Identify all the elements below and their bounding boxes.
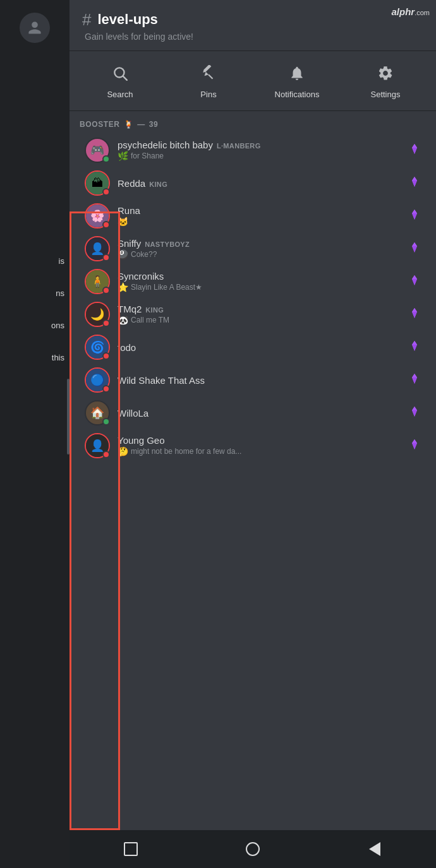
channel-header: # level-ups Gain levels for being active… <box>70 0 436 51</box>
status-emoji: 🎱 <box>118 249 128 259</box>
nav-home-button[interactable] <box>243 840 262 859</box>
member-row[interactable]: 🎮 psychedelic bitch baby L·Manberg 🌿 for… <box>75 134 431 167</box>
member-row[interactable]: 🧍 Syncroniks ⭐ Slayin Like A Beast★ <box>75 265 431 298</box>
nav-square-button[interactable] <box>121 840 140 859</box>
member-name: WilloLa <box>118 408 148 419</box>
toolbar-settings[interactable]: Settings <box>341 60 430 104</box>
members-list[interactable]: BOOSTER 🍹 — 39 🎮 psychedelic bitch baby … <box>70 111 436 830</box>
status-emoji: 🤔 <box>118 446 128 456</box>
member-avatar-container: 🌸 <box>85 203 110 229</box>
member-avatar-container: 🔵 <box>85 367 110 393</box>
member-info: Young Geo 🤔 might not be home for a few … <box>118 435 401 456</box>
status-dot <box>102 451 110 458</box>
member-row[interactable]: 🔵 Wild Shake That Ass <box>75 364 431 396</box>
member-name: Redda <box>118 178 145 189</box>
member-name: Runa <box>118 205 140 216</box>
member-name: Wild Shake That Ass <box>118 375 205 386</box>
member-row[interactable]: 🏔 Redda KIng <box>75 167 431 199</box>
channel-description: Gain levels for being active! <box>85 32 423 42</box>
sidebar-item-this: this <box>0 342 70 374</box>
section-header-emoji: 🍹 <box>124 120 134 129</box>
pin-icon <box>200 65 217 86</box>
member-name-row: WilloLa <box>118 408 401 419</box>
watermark: alphr.com <box>391 6 430 17</box>
toolbar-search[interactable]: Search <box>76 60 164 104</box>
section-header-count: 39 <box>149 120 159 129</box>
member-avatar-container: 🌙 <box>85 302 110 327</box>
boost-icon <box>408 307 421 322</box>
member-info: Syncroniks ⭐ Slayin Like A Beast★ <box>118 271 401 292</box>
member-name: Syncroniks <box>118 271 164 282</box>
member-avatar-container: 🌀 <box>85 335 110 360</box>
member-name-row: Young Geo <box>118 435 401 446</box>
member-avatar-container: 🏔 <box>85 170 110 196</box>
boost-icon <box>408 175 421 191</box>
member-name: Sniffy <box>118 238 141 249</box>
member-name-row: Syncroniks <box>118 271 401 282</box>
boost-icon <box>408 241 421 256</box>
status-dot <box>102 221 110 229</box>
member-row[interactable]: 🏠 WilloLa <box>75 396 431 429</box>
status-emoji: 🌿 <box>118 151 128 161</box>
status-dot <box>102 319 110 327</box>
section-header-booster: BOOSTER 🍹 — 39 <box>70 111 436 134</box>
main-content: # level-ups Gain levels for being active… <box>70 0 436 868</box>
member-status: 🐱 <box>118 217 401 227</box>
member-avatar-container: 👤 <box>85 433 110 458</box>
member-row[interactable]: 👤 Young Geo 🤔 might not be home for a fe… <box>75 429 431 462</box>
member-name: TMq2 <box>118 304 142 314</box>
status-emoji: 🐱 <box>118 217 128 227</box>
member-tag: NastyBoyz <box>145 241 190 248</box>
member-tag: L·Manberg <box>217 142 261 150</box>
sidebar-user-avatar[interactable] <box>20 13 50 43</box>
status-dot <box>102 418 110 425</box>
circle-icon <box>246 842 260 856</box>
member-avatar-container: 🏠 <box>85 400 110 425</box>
boost-icon <box>408 405 421 420</box>
boost-icon <box>408 372 421 388</box>
member-info: Redda KIng <box>118 178 401 189</box>
member-info: WilloLa <box>118 408 401 419</box>
member-row[interactable]: 👤 Sniffy NastyBoyz 🎱 Coke?? <box>75 232 431 265</box>
boost-icon <box>408 143 421 158</box>
notifications-label: Notifications <box>275 90 320 99</box>
member-avatar-container: 🎮 <box>85 138 110 163</box>
members-container: 🎮 psychedelic bitch baby L·Manberg 🌿 for… <box>70 134 436 462</box>
member-status: 🌿 for Shane <box>118 151 401 161</box>
watermark-tld: .com <box>415 9 430 16</box>
member-tag: KIng <box>149 181 167 188</box>
settings-label: Settings <box>371 90 401 99</box>
member-name: Young Geo <box>118 435 165 446</box>
bottom-nav <box>70 830 436 868</box>
member-avatar-container: 👤 <box>85 236 110 261</box>
member-row[interactable]: 🌙 TMq2 KIng 🐼 Call me TM <box>75 298 431 331</box>
member-name-row: Wild Shake That Ass <box>118 375 401 386</box>
boost-icon <box>408 208 421 223</box>
section-header-dash: — <box>137 120 145 129</box>
member-name-row: Redda KIng <box>118 178 401 189</box>
member-row[interactable]: 🌀 todo <box>75 331 431 364</box>
sidebar-text-items: is ns ons this <box>0 245 70 374</box>
search-icon <box>112 65 128 86</box>
nav-back-button[interactable] <box>365 840 384 859</box>
status-text: might not be home for a few da... <box>131 447 241 456</box>
member-name-row: Runa <box>118 205 401 216</box>
pins-label: Pins <box>200 90 216 99</box>
member-name: todo <box>118 342 136 353</box>
status-emoji: ⭐ <box>118 282 128 292</box>
status-text: for Shane <box>131 152 164 160</box>
member-name-row: TMq2 KIng <box>118 304 401 314</box>
sidebar-item-is: is <box>0 245 70 277</box>
member-name-row: psychedelic bitch baby L·Manberg <box>118 140 401 150</box>
member-info: psychedelic bitch baby L·Manberg 🌿 for S… <box>118 140 401 161</box>
status-dot <box>102 287 110 294</box>
boost-icon <box>408 438 421 453</box>
member-info: TMq2 KIng 🐼 Call me TM <box>118 304 401 325</box>
sidebar-item-ons: ons <box>0 309 70 342</box>
member-avatar-container: 🧍 <box>85 269 110 294</box>
member-row[interactable]: 🌸 Runa 🐱 <box>75 199 431 232</box>
toolbar-notifications[interactable]: Notifications <box>253 60 341 104</box>
toolbar-pins[interactable]: Pins <box>164 60 253 104</box>
search-label: Search <box>107 90 133 99</box>
member-info: Wild Shake That Ass <box>118 375 401 386</box>
